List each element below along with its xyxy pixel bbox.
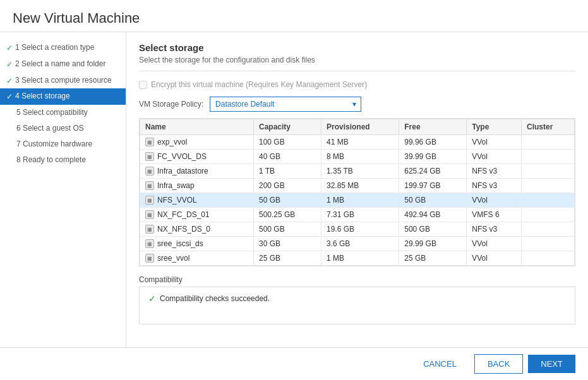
free-cell: 50 GB: [399, 193, 467, 208]
table-row[interactable]: ▦NX_FC_DS_01500.25 GB7.31 GB492.94 GBVMF…: [140, 208, 575, 222]
free-cell: 10 GB: [399, 266, 467, 267]
name-cell: ▦Infra_swap: [140, 179, 254, 193]
compatibility-message: Compatibility checks succeeded.: [160, 294, 270, 303]
compatibility-label: Compatibility: [139, 275, 575, 284]
type-cell: NFS v3: [467, 222, 522, 237]
sidebar-item-label: 6 Select a guest OS: [16, 123, 119, 134]
capacity-cell: 500.25 GB: [254, 208, 321, 222]
table-row[interactable]: ▦NFS_VVOL50 GB1 MB50 GBVVol: [140, 193, 575, 208]
main-content: Select storage Select the storage for th…: [126, 32, 588, 347]
type-cell: VVol: [467, 251, 522, 266]
cluster-cell: [522, 150, 575, 164]
sidebar: ✓1 Select a creation type✓2 Select a nam…: [0, 32, 126, 347]
sidebar-item-step2[interactable]: ✓2 Select a name and folder: [0, 56, 126, 73]
provisioned-cell: 1 MB: [321, 193, 399, 208]
provisioned-cell: 8 MB: [321, 150, 399, 164]
sidebar-item-step1[interactable]: ✓1 Select a creation type: [0, 40, 126, 56]
name-cell: ▦FC_VVOL_DS: [140, 150, 254, 164]
free-cell: 29.99 GB: [399, 237, 467, 251]
provisioned-cell: 41 MB: [321, 135, 399, 150]
datastore-name: Infra_datastore: [157, 167, 208, 175]
datastore-icon: ▦: [145, 181, 154, 190]
back-button[interactable]: BACK: [474, 354, 523, 374]
sidebar-item-label: 7 Customize hardware: [16, 139, 119, 150]
storage-table: NameCapacityProvisionedFreeTypeCluster ▦…: [140, 119, 575, 266]
col-header-name: Name: [140, 119, 254, 135]
policy-dropdown[interactable]: Datastore Default: [210, 97, 361, 112]
sidebar-item-step6[interactable]: 6 Select a guest OS: [0, 121, 126, 136]
main-container: New Virtual Machine ✓1 Select a creation…: [0, 0, 588, 380]
cluster-cell: [522, 237, 575, 251]
cluster-cell: [522, 164, 575, 179]
capacity-cell: 200 GB: [254, 179, 321, 193]
table-row[interactable]: ▦sree_iscsi_ds30 GB3.6 GB29.99 GBVVol: [140, 237, 575, 251]
policy-row: VM Storage Policy: Datastore Default: [139, 97, 575, 112]
provisioned-cell: 1 MB: [321, 251, 399, 266]
capacity-cell: 100 GB: [254, 135, 321, 150]
col-header-capacity: Capacity: [254, 119, 321, 135]
table-header: NameCapacityProvisionedFreeTypeCluster: [140, 119, 575, 135]
datastore-name: exp_vvol: [157, 138, 187, 146]
datastore-name: sree_iscsi_ds: [157, 239, 203, 248]
footer: CANCEL BACK NEXT: [0, 347, 588, 380]
datastore-name: NFS_VVOL: [157, 196, 197, 205]
datastore-icon: ▦: [145, 254, 154, 263]
header: New Virtual Machine: [0, 0, 588, 32]
table-row[interactable]: ▦exp_vvol100 GB41 MB99.96 GBVVol: [140, 135, 575, 150]
free-cell: 492.94 GB: [399, 208, 467, 222]
name-cell: ▦NX_NFS_DS_0: [140, 222, 254, 237]
sidebar-item-step3[interactable]: ✓3 Select a compute resource: [0, 73, 126, 89]
table-row[interactable]: ▦NX_NFS_DS_0500 GB19.6 GB500 GBNFS v3: [140, 222, 575, 237]
page-title: New Virtual Machine: [13, 10, 575, 27]
compatibility-box: ✓ Compatibility checks succeeded.: [139, 287, 575, 324]
capacity-cell: 10 GB: [254, 266, 321, 267]
capacity-cell: 50 GB: [254, 193, 321, 208]
name-cell: ▦Infra_datastore: [140, 164, 254, 179]
sidebar-item-step7[interactable]: 7 Customize hardware: [0, 136, 126, 152]
name-cell: ▦VVol_DS1: [140, 266, 254, 267]
sidebar-item-label: 5 Select compatibility: [16, 107, 119, 118]
cluster-cell: [522, 266, 575, 267]
cluster-cell: [522, 251, 575, 266]
datastore-name: Infra_swap: [157, 181, 195, 190]
provisioned-cell: 32.85 MB: [321, 179, 399, 193]
col-header-cluster: Cluster: [522, 119, 575, 135]
cancel-button[interactable]: CANCEL: [411, 355, 469, 373]
section-subtitle: Select the storage for the configuration…: [139, 56, 575, 71]
name-cell: ▦exp_vvol: [140, 135, 254, 150]
type-cell: VVol: [467, 193, 522, 208]
name-cell: ▦NX_FC_DS_01: [140, 208, 254, 222]
datastore-name: FC_VVOL_DS: [157, 152, 207, 161]
sidebar-item-step4[interactable]: ✓4 Select storage: [0, 88, 126, 105]
check-icon: ✓: [6, 43, 13, 54]
capacity-cell: 500 GB: [254, 222, 321, 237]
table-row[interactable]: ▦Infra_swap200 GB32.85 MB199.97 GBNFS v3: [140, 179, 575, 193]
provisioned-cell: 7.31 GB: [321, 208, 399, 222]
next-button[interactable]: NEXT: [528, 355, 575, 373]
table-row[interactable]: ▦VVol_DS110 GB0 B10 GBVVol: [140, 266, 575, 267]
encrypt-checkbox[interactable]: [139, 81, 147, 89]
sidebar-item-label: 2 Select a name and folder: [15, 59, 119, 69]
table-row[interactable]: ▦FC_VVOL_DS40 GB8 MB39.99 GBVVol: [140, 150, 575, 164]
provisioned-cell: 3.6 GB: [321, 237, 399, 251]
table-row[interactable]: ▦Infra_datastore1 TB1.35 TB625.24 GBNFS …: [140, 164, 575, 179]
type-cell: VMFS 6: [467, 208, 522, 222]
sidebar-item-label: 1 Select a creation type: [15, 42, 119, 53]
policy-label: VM Storage Policy:: [139, 100, 203, 109]
section-title: Select storage: [139, 42, 575, 53]
datastore-icon: ▦: [145, 138, 154, 146]
compatibility-success: ✓ Compatibility checks succeeded.: [148, 294, 566, 304]
col-header-type: Type: [467, 119, 522, 135]
check-icon: ✓: [148, 294, 156, 304]
sidebar-item-label: 4 Select storage: [15, 91, 119, 102]
check-icon: ✓: [6, 92, 13, 102]
free-cell: 500 GB: [399, 222, 467, 237]
table-body: ▦exp_vvol100 GB41 MB99.96 GBVVol▦FC_VVOL…: [140, 135, 575, 267]
type-cell: VVol: [467, 150, 522, 164]
table-row[interactable]: ▦sree_vvol25 GB1 MB25 GBVVol: [140, 251, 575, 266]
type-cell: VVol: [467, 266, 522, 267]
sidebar-item-step5[interactable]: 5 Select compatibility: [0, 105, 126, 121]
sidebar-item-step8[interactable]: 8 Ready to complete: [0, 152, 126, 168]
storage-table-wrapper[interactable]: NameCapacityProvisionedFreeTypeCluster ▦…: [139, 118, 575, 266]
free-cell: 25 GB: [399, 251, 467, 266]
